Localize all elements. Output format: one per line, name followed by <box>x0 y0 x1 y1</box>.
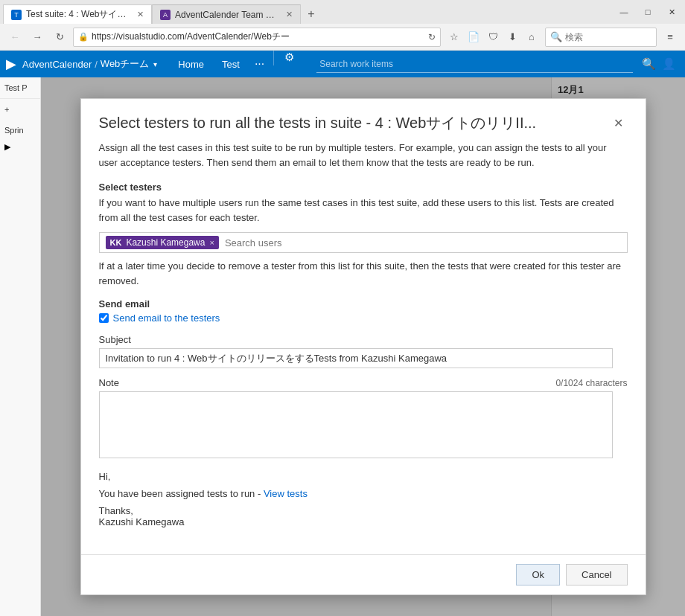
email-thanks: Thanks, Kazushi Kamegawa <box>99 505 628 527</box>
dialog-close-button[interactable]: ✕ <box>610 114 628 132</box>
forward-button[interactable]: → <box>28 28 46 46</box>
tester-remove-icon[interactable]: × <box>209 238 214 247</box>
note-counter: 0/1024 characters <box>555 378 627 388</box>
download-icon[interactable]: ⬇ <box>503 28 521 46</box>
url-text: https://visualstudio.com/AdventCalender/… <box>92 31 425 43</box>
maximize-button[interactable]: □ <box>637 4 658 19</box>
note-header: Note 0/1024 characters <box>99 377 628 388</box>
email-body-prefix: You have been assigned tests to run - <box>99 488 264 499</box>
note-textarea[interactable] <box>99 391 613 458</box>
tester-remove-note: If at a later time you decide to remove … <box>99 259 628 288</box>
select-testers-section: Select testers If you want to have multi… <box>99 182 628 288</box>
browser-tabs: T Test suite: 4 : WebサイトのI... ✕ A Advent… <box>3 0 322 24</box>
dialog-body: Assign all the test cases in this test s… <box>81 141 646 554</box>
vs-breadcrumb: AdventCalender / Webチーム ▾ <box>22 57 157 71</box>
tab1-close-icon[interactable]: ✕ <box>137 10 144 19</box>
close-button[interactable]: ✕ <box>661 4 682 19</box>
select-testers-label: Select testers <box>99 182 628 193</box>
email-preview: Hi, You have been assigned tests to run … <box>99 471 628 527</box>
tester-name: Kazushi Kamegawa <box>126 237 205 248</box>
window-controls: — □ ✕ <box>614 4 682 19</box>
note-section: Note 0/1024 characters <box>99 377 628 461</box>
refresh-button[interactable]: ↻ <box>51 28 68 46</box>
back-button[interactable]: ← <box>6 28 24 46</box>
email-hi: Hi, <box>99 471 628 482</box>
sidebar-collapse-icon[interactable]: ▶ <box>0 141 40 153</box>
breadcrumb-team[interactable]: Webチーム <box>101 57 150 71</box>
browser-search-input[interactable] <box>565 32 651 42</box>
browser-tab-inactive[interactable]: A AdventCalender Team Spr... ✕ <box>152 4 301 24</box>
subject-section: Subject <box>99 334 628 368</box>
vs-search-input[interactable] <box>316 55 633 73</box>
search-icon: 🔍 <box>550 31 562 42</box>
browser-tab-active[interactable]: T Test suite: 4 : WebサイトのI... ✕ <box>3 4 152 24</box>
tab1-favicon: T <box>11 10 22 20</box>
vs-navbar: ▶ AdventCalender / Webチーム ▾ Home Test ··… <box>0 51 685 77</box>
send-email-checkbox-row[interactable]: Send email to the testers <box>99 312 628 324</box>
ok-button[interactable]: Ok <box>516 564 560 585</box>
vs-search-icon[interactable]: 🔍 <box>642 57 656 71</box>
email-thanks-text: Thanks, <box>99 505 628 516</box>
breadcrumb-project[interactable]: AdventCalender <box>22 59 92 70</box>
lock-icon: 🔒 <box>78 32 89 42</box>
view-tests-link[interactable]: View tests <box>264 488 308 499</box>
home-icon[interactable]: ⌂ <box>523 28 541 46</box>
select-testers-dialog: Select testers to run all the tests in s… <box>80 98 646 595</box>
sidebar: Test P + Sprin ▶ <box>0 77 41 616</box>
tab2-close-icon[interactable]: ✕ <box>286 10 293 19</box>
nav-test[interactable]: Test <box>213 51 249 77</box>
menu-icon[interactable]: ≡ <box>661 28 679 46</box>
toolbar-icons: ☆ 📄 🛡 ⬇ ⌂ <box>445 28 541 46</box>
nav-divider <box>273 51 274 65</box>
browser-titlebar: T Test suite: 4 : WebサイトのI... ✕ A Advent… <box>0 0 685 24</box>
vs-nav-links: Home Test ··· ⚙ <box>169 51 302 77</box>
tester-tag: KK Kazushi Kamegawa × <box>106 236 219 249</box>
send-email-label: Send email <box>99 298 628 309</box>
new-tab-button[interactable]: + <box>301 4 322 24</box>
sidebar-sprint-label[interactable]: Sprin <box>0 120 40 141</box>
minimize-button[interactable]: — <box>614 4 634 19</box>
browser-search[interactable]: 🔍 <box>545 28 657 47</box>
address-refresh-icon: ↻ <box>428 32 436 42</box>
dialog-intro: Assign all the test cases in this test s… <box>99 141 628 170</box>
email-body: You have been assigned tests to run - Vi… <box>99 488 628 499</box>
vs-logo: ▶ <box>6 56 16 72</box>
address-bar[interactable]: 🔒 https://visualstudio.com/AdventCalende… <box>73 28 441 47</box>
note-label: Note <box>99 377 119 388</box>
nav-home[interactable]: Home <box>169 51 213 77</box>
tab1-label: Test suite: 4 : WebサイトのI... <box>26 8 130 21</box>
dialog-title: Select testers to run all the tests in s… <box>99 114 610 132</box>
browser-addressbar: ← → ↻ 🔒 https://visualstudio.com/AdventC… <box>0 24 685 51</box>
select-testers-desc: If you want to have multiple users run t… <box>99 196 628 225</box>
tab2-label: AdventCalender Team Spr... <box>175 10 278 20</box>
dialog-overlay: Select testers to run all the tests in s… <box>41 77 685 616</box>
vs-account-icon[interactable]: 👤 <box>662 57 676 71</box>
subject-label: Subject <box>99 334 628 345</box>
tab2-favicon: A <box>160 10 171 20</box>
send-email-checkbox-label[interactable]: Send email to the testers <box>113 312 220 324</box>
sidebar-test-plan[interactable]: Test P <box>0 77 40 99</box>
vs-search[interactable] <box>316 55 633 73</box>
main-content: 12月1 Configuration ··· Co Wi Select test… <box>41 77 685 616</box>
send-email-checkbox[interactable] <box>99 313 109 323</box>
tester-initials: KK <box>110 238 122 247</box>
tester-input-row[interactable]: KK Kazushi Kamegawa × <box>99 232 628 253</box>
dialog-footer: Ok Cancel <box>81 554 646 594</box>
cancel-button[interactable]: Cancel <box>566 564 627 585</box>
shield-icon[interactable]: 🛡 <box>484 28 502 46</box>
subject-input[interactable] <box>99 348 613 368</box>
sidebar-sprint[interactable]: + <box>0 99 40 120</box>
tester-search-input[interactable] <box>225 237 621 248</box>
nav-more[interactable]: ··· <box>249 51 270 77</box>
dialog-header: Select testers to run all the tests in s… <box>81 99 646 141</box>
send-email-section: Send email Send email to the testers <box>99 298 628 324</box>
email-sender: Kazushi Kamegawa <box>99 516 628 527</box>
reader-icon[interactable]: 📄 <box>465 28 482 46</box>
settings-icon[interactable]: ⚙ <box>277 51 302 77</box>
breadcrumb-separator: / <box>95 59 98 70</box>
breadcrumb-dropdown-icon[interactable]: ▾ <box>153 60 157 68</box>
star-icon[interactable]: ☆ <box>445 28 463 46</box>
